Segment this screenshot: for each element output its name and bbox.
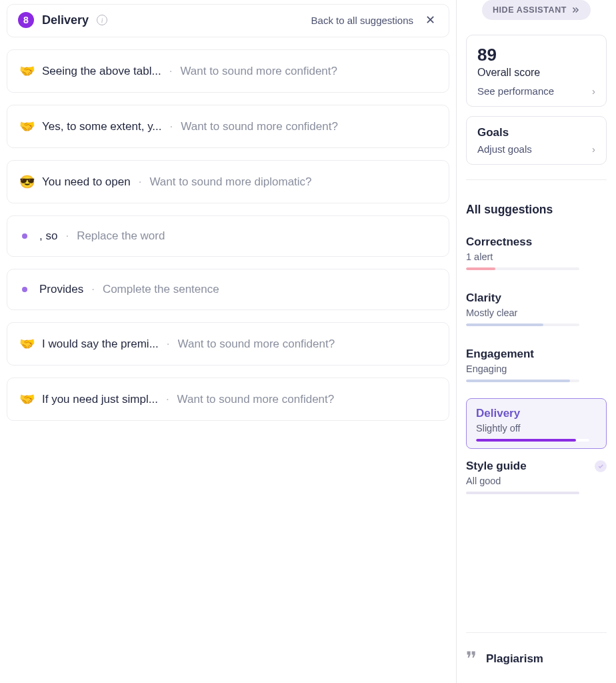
separator-dot: · — [91, 283, 95, 296]
check-icon — [595, 460, 607, 472]
divider — [466, 632, 607, 633]
assistant-sidebar: HIDE ASSISTANT 89 Overall score See perf… — [456, 0, 616, 683]
suggestion-card[interactable]: Provides · Complete the sentence — [7, 269, 449, 310]
suggestion-hint: Replace the word — [77, 229, 165, 243]
metric-subtitle: Engaging — [466, 364, 607, 374]
metric-title: Engagement — [466, 348, 607, 361]
suggestion-snippet: Provides — [39, 283, 83, 296]
bullet-icon — [22, 287, 27, 292]
score-label: Overall score — [477, 67, 595, 79]
suggestion-hint: Want to sound more confident? — [181, 120, 338, 133]
bullet-icon — [22, 233, 27, 239]
close-icon[interactable]: ✕ — [423, 11, 438, 29]
metric-engagement[interactable]: Engagement Engaging — [466, 339, 607, 396]
metric-subtitle: Slightly off — [476, 423, 597, 434]
all-suggestions-label: All suggestions — [466, 203, 607, 217]
all-suggestions-link[interactable]: All suggestions — [466, 195, 607, 221]
suggestion-count-badge: 8 — [18, 12, 34, 28]
suggestion-snippet: Yes, to some extent, y... — [42, 120, 162, 133]
plagiarism-label: Plagiarism — [486, 652, 543, 666]
suggestion-hint: Want to sound more confident? — [180, 65, 337, 78]
suggestion-hint: Want to sound more confident? — [177, 393, 335, 406]
metric-delivery-active[interactable]: Delivery Slightly off — [466, 398, 607, 449]
suggestions-panel: 8 Delivery i Back to all suggestions ✕ 🤝… — [0, 0, 456, 683]
adjust-goals-link[interactable]: Adjust goals — [477, 143, 532, 155]
goals-card[interactable]: Goals Adjust goals › — [466, 116, 607, 165]
metric-bar — [466, 323, 579, 326]
chevron-right-icon: › — [592, 85, 595, 97]
handshake-icon: 🤝 — [19, 392, 35, 407]
metric-title: Clarity — [466, 291, 607, 305]
metric-bar — [466, 380, 579, 382]
suggestion-snippet: You need to open — [42, 175, 131, 189]
hide-assistant-button[interactable]: HIDE ASSISTANT — [482, 0, 591, 20]
suggestion-hint: Complete the sentence — [103, 283, 219, 296]
back-to-all-link[interactable]: Back to all suggestions — [311, 15, 413, 26]
metric-bar — [466, 492, 579, 494]
see-performance-link[interactable]: See performance — [477, 85, 554, 97]
suggestion-hint: Want to sound more diplomatic? — [149, 175, 311, 189]
chevron-right-icon: › — [592, 143, 595, 155]
suggestion-card[interactable]: 🤝 I would say the premi... · Want to sou… — [7, 322, 449, 366]
suggestion-snippet: , so — [39, 229, 57, 243]
sunglasses-icon: 😎 — [19, 174, 35, 189]
suggestion-card[interactable]: , so · Replace the word — [7, 215, 449, 257]
quote-icon: ❜❜ — [466, 648, 475, 670]
chevron-double-right-icon — [571, 5, 580, 15]
category-title: Delivery — [42, 13, 89, 27]
metric-title: Correctness — [466, 235, 607, 249]
suggestion-snippet: Seeing the above tabl... — [42, 65, 161, 78]
separator-dot: · — [170, 120, 173, 133]
metric-subtitle: All good — [466, 476, 607, 486]
metric-bar — [466, 267, 579, 270]
score-value: 89 — [477, 45, 595, 65]
metric-title: Style guide — [466, 460, 527, 473]
metric-style-guide[interactable]: Style guide All good — [466, 452, 607, 508]
metric-title: Delivery — [476, 407, 597, 420]
metric-bar — [476, 439, 589, 442]
handshake-icon: 🤝 — [19, 63, 35, 79]
separator-dot: · — [169, 65, 173, 78]
metric-subtitle: 1 alert — [466, 251, 607, 262]
info-icon[interactable]: i — [97, 15, 107, 25]
suggestion-hint: Want to sound more confident? — [178, 337, 335, 351]
plagiarism-link[interactable]: ❜❜ Plagiarism — [466, 641, 607, 676]
suggestion-card[interactable]: 🤝 Seeing the above tabl... · Want to sou… — [7, 49, 449, 93]
suggestion-card[interactable]: 🤝 If you need just simpl... · Want to so… — [7, 378, 449, 421]
suggestion-card[interactable]: 😎 You need to open · Want to sound more … — [7, 160, 449, 203]
divider — [466, 179, 607, 180]
score-card[interactable]: 89 Overall score See performance › — [466, 35, 607, 107]
separator-dot: · — [167, 337, 170, 351]
suggestion-card[interactable]: 🤝 Yes, to some extent, y... · Want to so… — [7, 105, 449, 148]
category-header: 8 Delivery i Back to all suggestions ✕ — [7, 4, 449, 37]
goals-title: Goals — [477, 126, 595, 139]
separator-dot: · — [65, 229, 69, 243]
hide-assistant-label: HIDE ASSISTANT — [493, 5, 567, 15]
suggestion-snippet: I would say the premi... — [42, 337, 159, 351]
handshake-icon: 🤝 — [19, 119, 35, 134]
suggestion-snippet: If you need just simpl... — [42, 393, 158, 406]
handshake-icon: 🤝 — [19, 336, 35, 352]
metric-clarity[interactable]: Clarity Mostly clear — [466, 283, 607, 339]
metric-correctness[interactable]: Correctness 1 alert — [466, 227, 607, 283]
separator-dot: · — [139, 175, 142, 189]
separator-dot: · — [166, 393, 169, 406]
metric-subtitle: Mostly clear — [466, 307, 607, 318]
